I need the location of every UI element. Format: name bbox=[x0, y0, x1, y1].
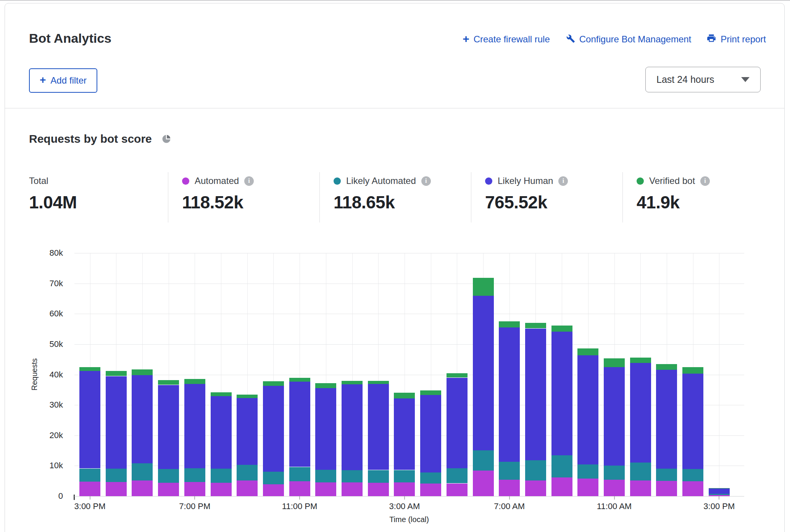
add-filter-button[interactable]: + Add filter bbox=[29, 68, 97, 93]
chart-bar-segment-likely-automated[interactable] bbox=[237, 465, 258, 480]
chart-bar-segment-likely-human[interactable] bbox=[132, 375, 153, 463]
chart-bar-segment-likely-human[interactable] bbox=[394, 398, 415, 470]
chart-bar-segment-likely-automated[interactable] bbox=[525, 460, 546, 480]
chart-bar-segment-verified-bot[interactable] bbox=[394, 393, 415, 398]
chart-bar-segment-verified-bot[interactable] bbox=[499, 321, 520, 327]
chart-bar-segment-automated[interactable] bbox=[315, 482, 336, 496]
chart-bar-segment-verified-bot[interactable] bbox=[289, 378, 310, 382]
chart-bar-segment-likely-human[interactable] bbox=[551, 332, 572, 455]
chart-bar-segment-automated[interactable] bbox=[237, 480, 258, 496]
chart-bar-segment-likely-automated[interactable] bbox=[106, 469, 127, 482]
chart-bar-segment-likely-automated[interactable] bbox=[604, 466, 625, 480]
chart-bar-segment-likely-automated[interactable] bbox=[342, 470, 363, 482]
chart-bar-segment-likely-human[interactable] bbox=[79, 371, 100, 469]
chart-bar-segment-automated[interactable] bbox=[342, 482, 363, 496]
chart-bar-segment-likely-human[interactable] bbox=[525, 329, 546, 461]
chart-bar-segment-automated[interactable] bbox=[79, 482, 100, 496]
chart-bar-segment-automated[interactable] bbox=[132, 480, 153, 496]
chart-bar-segment-automated[interactable] bbox=[525, 480, 546, 496]
chart-bar-segment-likely-human[interactable] bbox=[368, 384, 389, 470]
chart-bar-segment-verified-bot[interactable] bbox=[211, 392, 232, 396]
chart-bar-segment-likely-human[interactable] bbox=[473, 296, 494, 450]
chart-bar-segment-automated[interactable] bbox=[263, 484, 284, 496]
chart-bar-segment-likely-human[interactable] bbox=[656, 370, 677, 469]
chart-bar-segment-verified-bot[interactable] bbox=[342, 381, 363, 384]
chart-bar-segment-likely-automated[interactable] bbox=[211, 469, 232, 483]
configure-bot-management-link[interactable]: Configure Bot Management bbox=[565, 33, 692, 45]
chart-bar-segment-verified-bot[interactable] bbox=[368, 381, 389, 384]
chart-bar-segment-verified-bot[interactable] bbox=[473, 278, 494, 296]
chart-bar-segment-automated[interactable] bbox=[577, 479, 598, 496]
chart-bar-segment-likely-automated[interactable] bbox=[630, 463, 651, 480]
chart-bar-segment-verified-bot[interactable] bbox=[106, 371, 127, 376]
chart-bar-segment-likely-human[interactable] bbox=[577, 355, 598, 465]
chart-bar-segment-automated[interactable] bbox=[447, 484, 468, 496]
chart-bar-segment-automated[interactable] bbox=[184, 482, 205, 496]
chart-bar-segment-likely-human[interactable] bbox=[342, 384, 363, 470]
chart-bar-segment-automated[interactable] bbox=[682, 481, 703, 496]
chart-bar-segment-likely-automated[interactable] bbox=[184, 468, 205, 482]
chart-bar-segment-likely-automated[interactable] bbox=[499, 462, 520, 480]
chart-bar-segment-likely-human[interactable] bbox=[263, 386, 284, 472]
print-report-link[interactable]: Print report bbox=[706, 33, 766, 45]
chart-bar-segment-verified-bot[interactable] bbox=[604, 358, 625, 367]
chart-bar-segment-likely-human[interactable] bbox=[420, 395, 441, 472]
chart-bar-segment-likely-automated[interactable] bbox=[656, 469, 677, 481]
chart-bar-segment-verified-bot[interactable] bbox=[525, 323, 546, 328]
chart-bar-segment-verified-bot[interactable] bbox=[79, 367, 100, 371]
time-range-select[interactable]: Last 24 hours bbox=[645, 67, 761, 92]
chart-bar-segment-likely-automated[interactable] bbox=[420, 472, 441, 484]
chart-bar-segment-likely-human[interactable] bbox=[709, 488, 730, 494]
chart-bar-segment-verified-bot[interactable] bbox=[577, 348, 598, 355]
chart-bar-segment-automated[interactable] bbox=[630, 480, 651, 496]
chart-bar-segment-automated[interactable] bbox=[158, 483, 179, 496]
chart-bar-segment-automated[interactable] bbox=[394, 482, 415, 496]
chart-bar-segment-likely-human[interactable] bbox=[447, 378, 468, 468]
chart-bar-segment-automated[interactable] bbox=[368, 483, 389, 496]
chart-bar-segment-automated[interactable] bbox=[499, 480, 520, 496]
chart-bar-segment-likely-automated[interactable] bbox=[551, 455, 572, 477]
chart-bar-segment-likely-human[interactable] bbox=[237, 398, 258, 465]
chart-bar-segment-verified-bot[interactable] bbox=[447, 373, 468, 377]
chart-bar-segment-likely-automated[interactable] bbox=[315, 470, 336, 482]
chart-bar-segment-verified-bot[interactable] bbox=[420, 390, 441, 395]
chart-bar-segment-likely-human[interactable] bbox=[604, 367, 625, 466]
chart-bar-segment-likely-human[interactable] bbox=[289, 382, 310, 467]
chart-bar-segment-verified-bot[interactable] bbox=[184, 379, 205, 384]
chart-bar-segment-likely-automated[interactable] bbox=[368, 470, 389, 483]
chart-bar-segment-verified-bot[interactable] bbox=[682, 367, 703, 374]
chart-bar-segment-likely-automated[interactable] bbox=[158, 469, 179, 483]
chart-bar-segment-likely-automated[interactable] bbox=[263, 472, 284, 484]
chart-bar-segment-verified-bot[interactable] bbox=[263, 381, 284, 386]
chart-bar-segment-verified-bot[interactable] bbox=[158, 380, 179, 385]
chart-bar-segment-verified-bot[interactable] bbox=[237, 395, 258, 398]
info-icon[interactable]: i bbox=[244, 176, 254, 186]
chart-bar-segment-automated[interactable] bbox=[211, 483, 232, 496]
chart-bar-segment-automated[interactable] bbox=[709, 495, 730, 496]
info-icon[interactable]: i bbox=[700, 176, 710, 186]
chart-bar-segment-likely-human[interactable] bbox=[630, 363, 651, 463]
chart-bar-segment-likely-human[interactable] bbox=[682, 374, 703, 469]
chart-bar-segment-verified-bot[interactable] bbox=[315, 383, 336, 389]
chart-bar-segment-likely-automated[interactable] bbox=[709, 494, 730, 495]
chart-bar-segment-likely-human[interactable] bbox=[158, 385, 179, 469]
chart-bar-segment-automated[interactable] bbox=[551, 477, 572, 496]
chart-bar-segment-verified-bot[interactable] bbox=[709, 488, 730, 488]
chart-bar-segment-likely-human[interactable] bbox=[315, 388, 336, 469]
chart-bar-segment-likely-human[interactable] bbox=[184, 384, 205, 468]
chart-bar-segment-likely-automated[interactable] bbox=[577, 464, 598, 479]
info-icon[interactable]: i bbox=[558, 176, 568, 186]
chart-bar-segment-likely-automated[interactable] bbox=[79, 469, 100, 482]
chart-bar-segment-likely-human[interactable] bbox=[499, 327, 520, 462]
chart-bar-segment-verified-bot[interactable] bbox=[132, 369, 153, 375]
chart-bar-segment-automated[interactable] bbox=[604, 480, 625, 496]
chart-bar-segment-verified-bot[interactable] bbox=[551, 326, 572, 332]
chart-bar-segment-likely-automated[interactable] bbox=[682, 469, 703, 481]
chart-bar-segment-likely-automated[interactable] bbox=[447, 468, 468, 484]
chart-bar-segment-automated[interactable] bbox=[289, 481, 310, 496]
chart-bar-segment-automated[interactable] bbox=[420, 484, 441, 496]
info-icon[interactable]: i bbox=[421, 176, 431, 186]
create-firewall-rule-link[interactable]: + Create firewall rule bbox=[463, 34, 550, 45]
chart-bar-segment-likely-human[interactable] bbox=[211, 396, 232, 469]
chart-bar-segment-likely-human[interactable] bbox=[106, 376, 127, 469]
